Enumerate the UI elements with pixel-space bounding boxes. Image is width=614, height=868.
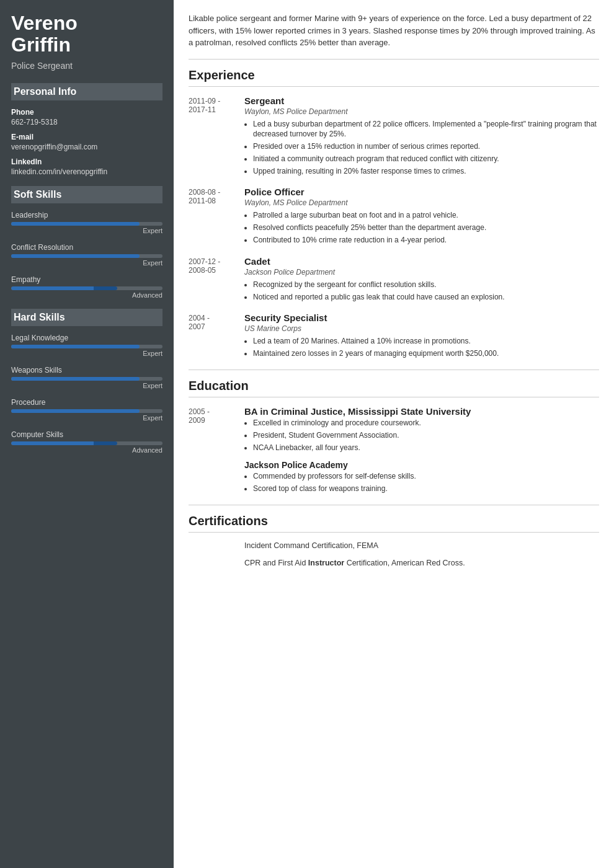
exp-bullet: Presided over a 15% reduction in number … [253,141,599,152]
divider-exp-title [189,86,599,87]
personal-info-heading: Personal Info [11,83,162,100]
edu-bullet: Commended by professors for self-defense… [253,471,599,482]
skill-computer: Computer Skills Advanced [11,430,162,454]
experience-heading: Experience [189,68,599,82]
skill-leadership: Leadership Expert [11,211,162,234]
divider-experience [189,59,599,60]
sidebar: Vereno Griffin Police Sergeant Personal … [0,0,174,868]
certifications-section: Certifications Incident Command Certific… [189,514,599,567]
main-content: Likable police sergeant and former Marin… [174,0,614,868]
skill-bar-procedure [11,409,162,413]
summary-text: Likable police sergeant and former Marin… [189,12,599,49]
certifications-heading: Certifications [189,514,599,528]
divider-education [189,370,599,370]
hard-skills-section: Hard Skills Legal Knowledge Expert Weapo… [11,309,162,454]
edu-bullet: President, Student Government Associatio… [253,430,599,441]
education-heading: Education [189,379,599,393]
cert-fema: Incident Command Certification, FEMA [189,541,599,550]
edu-bullet: Excelled in criminology and procedure co… [253,418,599,428]
exp-security-specialist: 2004 -2007 Security Specialist US Marine… [189,312,599,361]
exp-police-officer: 2008-08 -2011-08 Police Officer Waylon, … [189,187,599,247]
exp-bullet: Noticed and reported a public gas leak t… [253,292,599,303]
candidate-title: Police Sergeant [11,61,162,71]
exp-bullet: Maintained zero losses in 2 years of man… [253,348,599,359]
exp-bullet: Contributed to 10% crime rate reduction … [253,235,599,246]
exp-bullet: Patrolled a large suburban beat on foot … [253,210,599,221]
linkedin-value: linkedin.com/in/verenopgriffin [11,167,162,176]
exp-bullet: Led a team of 20 Marines. Attained a 10%… [253,336,599,347]
exp-cadet: 2007-12 -2008-05 Cadet Jackson Police De… [189,256,599,304]
candidate-name: Vereno Griffin [11,12,162,56]
exp-bullet: Recognized by the sergeant for conflict … [253,280,599,290]
skill-bar-conflict [11,254,162,258]
soft-skills-section: Soft Skills Leadership Expert Conflict R… [11,186,162,299]
skill-legal-knowledge: Legal Knowledge Expert [11,334,162,357]
skill-conflict-resolution: Conflict Resolution Expert [11,243,162,267]
hard-skills-heading: Hard Skills [11,309,162,326]
divider-edu-title [189,397,599,397]
exp-bullet: Initiated a community outreach program t… [253,154,599,164]
skill-bar-computer [11,441,162,445]
personal-info-section: Personal Info Phone 662-719-5318 E-mail … [11,83,162,176]
skill-procedure: Procedure Expert [11,398,162,422]
experience-section: Experience 2011-09 -2017-11 Sergeant Way… [189,68,599,361]
cert-cpr: CPR and First Aid Instructor Certificati… [189,559,599,567]
cert-text-fema: Incident Command Certification, FEMA [244,541,599,550]
skill-empathy: Empathy Advanced [11,275,162,299]
edu-academy-title: Jackson Police Academy [244,460,599,470]
divider-certifications [189,505,599,505]
linkedin-label: LinkedIn [11,157,162,166]
phone-value: 662-719-5318 [11,118,162,126]
divider-cert-title [189,532,599,533]
skill-bar-empathy [11,286,162,290]
edu-bullet: Scored top of class for weapons training… [253,484,599,494]
skill-bar-weapons [11,377,162,381]
exp-sergeant: 2011-09 -2017-11 Sergeant Waylon, MS Pol… [189,95,599,179]
exp-bullet: Resolved conflicts peacefully 25% better… [253,223,599,233]
skill-weapons: Weapons Skills Expert [11,366,162,389]
soft-skills-heading: Soft Skills [11,186,162,203]
education-section: Education 2005 -2009 BA in Criminal Just… [189,379,599,496]
exp-bullet: Upped training, resulting in 20% faster … [253,166,599,177]
exp-bullet: Led a busy suburban department of 22 pol… [253,119,599,140]
edu-bullet: NCAA Linebacker, all four years. [253,443,599,453]
skill-bar-leadership [11,222,162,226]
edu-ba: 2005 -2009 BA in Criminal Justice, Missi… [189,406,599,496]
cert-text-cpr: CPR and First Aid Instructor Certificati… [244,559,599,567]
email-value: verenopgriffin@gmail.com [11,143,162,151]
email-label: E-mail [11,133,162,141]
skill-bar-legal [11,345,162,348]
phone-label: Phone [11,108,162,117]
